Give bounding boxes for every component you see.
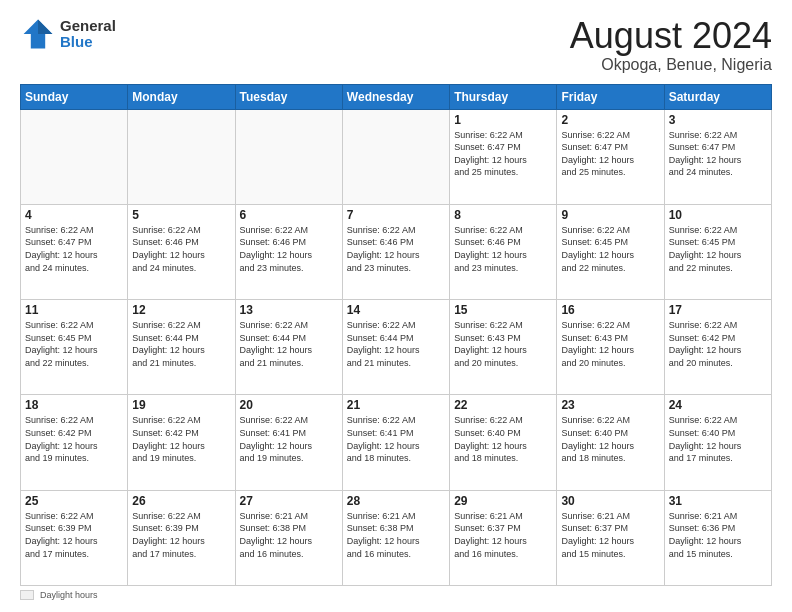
column-header-sunday: Sunday — [21, 84, 128, 109]
day-info: Sunrise: 6:21 AM Sunset: 6:37 PM Dayligh… — [561, 510, 659, 560]
calendar-cell: 11Sunrise: 6:22 AM Sunset: 6:45 PM Dayli… — [21, 300, 128, 395]
day-number: 30 — [561, 494, 659, 508]
calendar-cell: 13Sunrise: 6:22 AM Sunset: 6:44 PM Dayli… — [235, 300, 342, 395]
daylight-label: Daylight hours — [40, 590, 98, 600]
week-row-3: 11Sunrise: 6:22 AM Sunset: 6:45 PM Dayli… — [21, 300, 772, 395]
calendar-cell: 29Sunrise: 6:21 AM Sunset: 6:37 PM Dayli… — [450, 490, 557, 585]
day-info: Sunrise: 6:22 AM Sunset: 6:46 PM Dayligh… — [132, 224, 230, 274]
calendar-cell: 15Sunrise: 6:22 AM Sunset: 6:43 PM Dayli… — [450, 300, 557, 395]
column-header-monday: Monday — [128, 84, 235, 109]
calendar-cell: 26Sunrise: 6:22 AM Sunset: 6:39 PM Dayli… — [128, 490, 235, 585]
day-number: 9 — [561, 208, 659, 222]
calendar-cell: 27Sunrise: 6:21 AM Sunset: 6:38 PM Dayli… — [235, 490, 342, 585]
day-info: Sunrise: 6:22 AM Sunset: 6:39 PM Dayligh… — [132, 510, 230, 560]
logo-icon — [20, 16, 56, 52]
day-number: 1 — [454, 113, 552, 127]
day-info: Sunrise: 6:22 AM Sunset: 6:42 PM Dayligh… — [25, 414, 123, 464]
day-info: Sunrise: 6:21 AM Sunset: 6:36 PM Dayligh… — [669, 510, 767, 560]
day-info: Sunrise: 6:22 AM Sunset: 6:40 PM Dayligh… — [454, 414, 552, 464]
logo-text: General Blue — [60, 18, 116, 51]
column-header-friday: Friday — [557, 84, 664, 109]
day-info: Sunrise: 6:22 AM Sunset: 6:47 PM Dayligh… — [25, 224, 123, 274]
day-info: Sunrise: 6:22 AM Sunset: 6:47 PM Dayligh… — [669, 129, 767, 179]
week-row-5: 25Sunrise: 6:22 AM Sunset: 6:39 PM Dayli… — [21, 490, 772, 585]
calendar-cell: 9Sunrise: 6:22 AM Sunset: 6:45 PM Daylig… — [557, 204, 664, 299]
day-number: 12 — [132, 303, 230, 317]
logo: General Blue — [20, 16, 116, 52]
day-info: Sunrise: 6:22 AM Sunset: 6:41 PM Dayligh… — [347, 414, 445, 464]
day-number: 26 — [132, 494, 230, 508]
day-number: 22 — [454, 398, 552, 412]
day-number: 20 — [240, 398, 338, 412]
calendar-cell: 22Sunrise: 6:22 AM Sunset: 6:40 PM Dayli… — [450, 395, 557, 490]
svg-marker-1 — [38, 20, 52, 34]
calendar-cell: 1Sunrise: 6:22 AM Sunset: 6:47 PM Daylig… — [450, 109, 557, 204]
day-number: 28 — [347, 494, 445, 508]
day-number: 18 — [25, 398, 123, 412]
calendar-cell — [342, 109, 449, 204]
logo-general: General — [60, 18, 116, 35]
day-number: 10 — [669, 208, 767, 222]
day-number: 13 — [240, 303, 338, 317]
calendar-cell: 2Sunrise: 6:22 AM Sunset: 6:47 PM Daylig… — [557, 109, 664, 204]
calendar-cell — [21, 109, 128, 204]
column-header-tuesday: Tuesday — [235, 84, 342, 109]
header: General Blue August 2024 Okpoga, Benue, … — [20, 16, 772, 74]
day-info: Sunrise: 6:22 AM Sunset: 6:39 PM Dayligh… — [25, 510, 123, 560]
day-info: Sunrise: 6:22 AM Sunset: 6:45 PM Dayligh… — [669, 224, 767, 274]
calendar-cell: 21Sunrise: 6:22 AM Sunset: 6:41 PM Dayli… — [342, 395, 449, 490]
calendar-cell: 16Sunrise: 6:22 AM Sunset: 6:43 PM Dayli… — [557, 300, 664, 395]
day-info: Sunrise: 6:22 AM Sunset: 6:46 PM Dayligh… — [347, 224, 445, 274]
day-number: 11 — [25, 303, 123, 317]
day-info: Sunrise: 6:22 AM Sunset: 6:45 PM Dayligh… — [561, 224, 659, 274]
day-info: Sunrise: 6:22 AM Sunset: 6:41 PM Dayligh… — [240, 414, 338, 464]
day-number: 24 — [669, 398, 767, 412]
day-number: 5 — [132, 208, 230, 222]
column-header-saturday: Saturday — [664, 84, 771, 109]
day-info: Sunrise: 6:22 AM Sunset: 6:44 PM Dayligh… — [240, 319, 338, 369]
calendar-cell: 20Sunrise: 6:22 AM Sunset: 6:41 PM Dayli… — [235, 395, 342, 490]
calendar-cell: 12Sunrise: 6:22 AM Sunset: 6:44 PM Dayli… — [128, 300, 235, 395]
day-info: Sunrise: 6:22 AM Sunset: 6:42 PM Dayligh… — [669, 319, 767, 369]
calendar-cell: 3Sunrise: 6:22 AM Sunset: 6:47 PM Daylig… — [664, 109, 771, 204]
footer-note: Daylight hours — [20, 590, 772, 600]
calendar-cell: 18Sunrise: 6:22 AM Sunset: 6:42 PM Dayli… — [21, 395, 128, 490]
calendar-cell: 17Sunrise: 6:22 AM Sunset: 6:42 PM Dayli… — [664, 300, 771, 395]
column-header-thursday: Thursday — [450, 84, 557, 109]
day-number: 3 — [669, 113, 767, 127]
week-row-1: 1Sunrise: 6:22 AM Sunset: 6:47 PM Daylig… — [21, 109, 772, 204]
day-info: Sunrise: 6:21 AM Sunset: 6:38 PM Dayligh… — [240, 510, 338, 560]
day-number: 2 — [561, 113, 659, 127]
day-number: 23 — [561, 398, 659, 412]
calendar-cell: 31Sunrise: 6:21 AM Sunset: 6:36 PM Dayli… — [664, 490, 771, 585]
day-number: 16 — [561, 303, 659, 317]
header-row: SundayMondayTuesdayWednesdayThursdayFrid… — [21, 84, 772, 109]
calendar-cell: 24Sunrise: 6:22 AM Sunset: 6:40 PM Dayli… — [664, 395, 771, 490]
day-number: 14 — [347, 303, 445, 317]
calendar-cell: 28Sunrise: 6:21 AM Sunset: 6:38 PM Dayli… — [342, 490, 449, 585]
day-number: 7 — [347, 208, 445, 222]
day-info: Sunrise: 6:22 AM Sunset: 6:43 PM Dayligh… — [561, 319, 659, 369]
day-info: Sunrise: 6:21 AM Sunset: 6:38 PM Dayligh… — [347, 510, 445, 560]
day-number: 25 — [25, 494, 123, 508]
daylight-swatch — [20, 590, 34, 600]
calendar-cell: 14Sunrise: 6:22 AM Sunset: 6:44 PM Dayli… — [342, 300, 449, 395]
calendar-table: SundayMondayTuesdayWednesdayThursdayFrid… — [20, 84, 772, 586]
calendar-cell: 4Sunrise: 6:22 AM Sunset: 6:47 PM Daylig… — [21, 204, 128, 299]
day-number: 17 — [669, 303, 767, 317]
calendar-cell: 25Sunrise: 6:22 AM Sunset: 6:39 PM Dayli… — [21, 490, 128, 585]
day-number: 21 — [347, 398, 445, 412]
day-number: 31 — [669, 494, 767, 508]
day-number: 29 — [454, 494, 552, 508]
week-row-2: 4Sunrise: 6:22 AM Sunset: 6:47 PM Daylig… — [21, 204, 772, 299]
day-info: Sunrise: 6:22 AM Sunset: 6:47 PM Dayligh… — [454, 129, 552, 179]
day-info: Sunrise: 6:22 AM Sunset: 6:42 PM Dayligh… — [132, 414, 230, 464]
day-info: Sunrise: 6:22 AM Sunset: 6:44 PM Dayligh… — [132, 319, 230, 369]
page: General Blue August 2024 Okpoga, Benue, … — [0, 0, 792, 612]
calendar-subtitle: Okpoga, Benue, Nigeria — [570, 56, 772, 74]
calendar-cell: 10Sunrise: 6:22 AM Sunset: 6:45 PM Dayli… — [664, 204, 771, 299]
calendar-cell — [128, 109, 235, 204]
day-info: Sunrise: 6:22 AM Sunset: 6:47 PM Dayligh… — [561, 129, 659, 179]
day-number: 4 — [25, 208, 123, 222]
day-info: Sunrise: 6:22 AM Sunset: 6:44 PM Dayligh… — [347, 319, 445, 369]
